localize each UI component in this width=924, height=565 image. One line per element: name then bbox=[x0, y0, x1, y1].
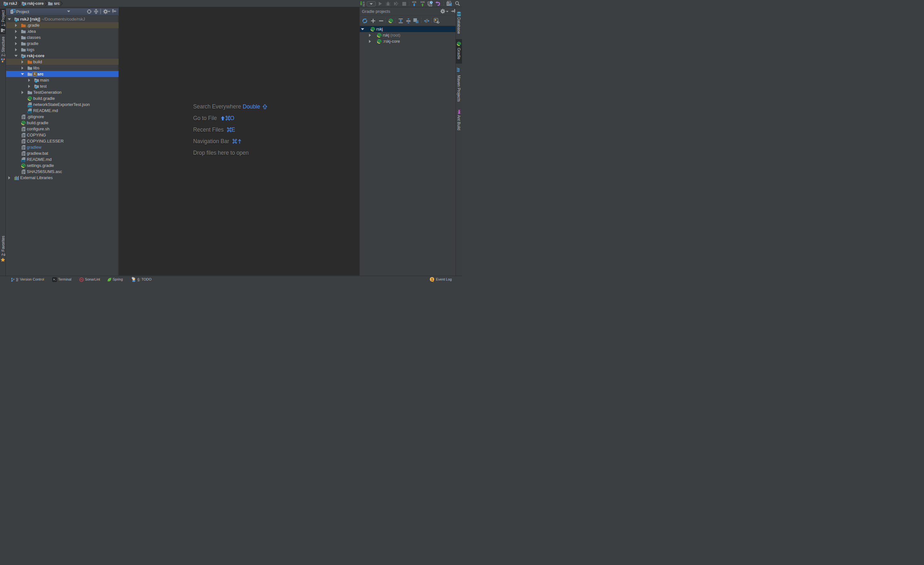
svg-text:VCS: VCS bbox=[420, 1, 425, 3]
svg-text:VCS: VCS bbox=[412, 1, 417, 3]
svg-text:1: 1 bbox=[431, 278, 433, 281]
svg-text:01: 01 bbox=[363, 5, 365, 7]
